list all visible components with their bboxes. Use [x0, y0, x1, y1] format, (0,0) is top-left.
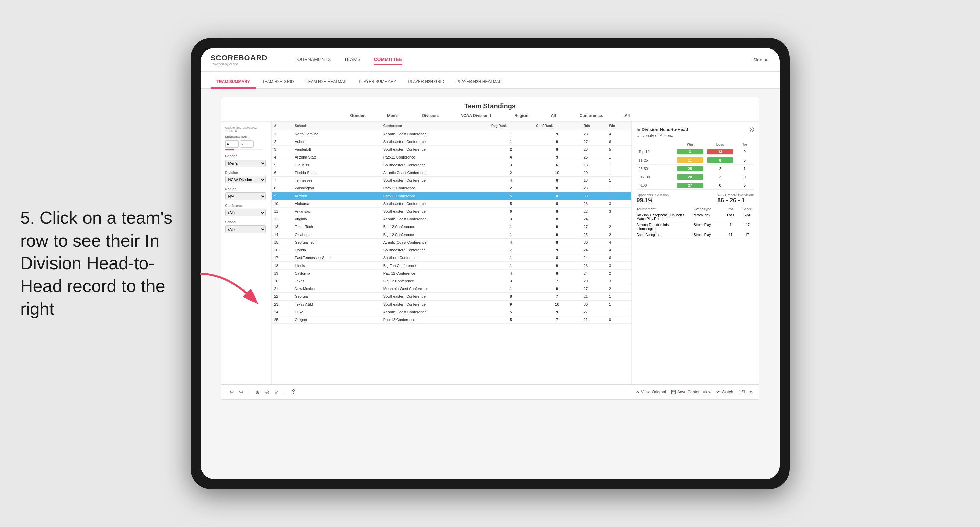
col-conference: Conference — [381, 122, 488, 130]
view-original-button[interactable]: 👁 View: Original — [636, 390, 666, 394]
redo-button[interactable]: ↪ — [238, 388, 245, 396]
h2h-close-button[interactable]: ⓧ — [749, 126, 754, 133]
region-select[interactable]: N/A — [225, 192, 266, 200]
gender-select[interactable]: Men's — [225, 160, 266, 167]
cell-rank: 8 — [272, 184, 292, 192]
tab-team-h2h-grid[interactable]: TEAM H2H GRID — [256, 76, 300, 89]
h2h-tie-top10: 0 — [735, 148, 754, 156]
cell-rds: 23 — [581, 130, 606, 138]
cell-conference: Southeastern Conference — [381, 146, 488, 154]
cell-rank: 14 — [272, 231, 292, 239]
cell-win: 1 — [606, 154, 631, 161]
watch-button[interactable]: 👁 Watch — [716, 390, 733, 394]
share-button[interactable]: ⤴ Share — [738, 390, 752, 394]
col-rank: # — [272, 122, 292, 130]
table-row[interactable]: 2 Auburn Southeastern Conference 1 9 27 … — [272, 138, 631, 146]
min-rounds-control — [225, 140, 267, 148]
tourn-score-2: -17 — [741, 223, 754, 230]
table-row[interactable]: 10 Alabama Southeastern Conference 5 8 2… — [272, 200, 631, 208]
tourn-row-1[interactable]: Jackson T. Stephens Cup Men's Match-Play… — [636, 212, 754, 222]
tab-player-h2h-grid[interactable]: PLAYER H2H GRID — [402, 76, 450, 89]
division-select[interactable]: NCAA Division I — [225, 176, 266, 183]
cell-school: Texas Tech — [292, 223, 381, 231]
cell-conf-rank: 9 — [533, 246, 581, 254]
save-custom-button[interactable]: 💾 Save Custom View — [671, 390, 711, 394]
table-row[interactable]: 11 Arkansas Southeastern Conference 6 8 … — [272, 208, 631, 215]
cell-rds: 30 — [581, 192, 606, 200]
cell-conference: Pac-12 Conference — [381, 192, 488, 200]
table-row[interactable]: 5 Ole Miss Southeastern Conference 3 6 1… — [272, 161, 631, 169]
h2h-col-win: Win — [675, 141, 705, 148]
h2h-header-row: Win Loss Tie — [636, 141, 754, 148]
table-row[interactable]: 16 Florida Southeastern Conference 7 9 2… — [272, 246, 631, 254]
tourn-row-3[interactable]: Cabo Collegiate Stroke Play 11 17 — [636, 232, 754, 238]
cell-school: East Tennessee State — [292, 254, 381, 262]
table-row[interactable]: 15 Georgia Tech Atlantic Coast Conferenc… — [272, 239, 631, 246]
min-rounds-input[interactable] — [225, 140, 239, 148]
table-row[interactable]: 23 Texas A&M Southeastern Conference 9 1… — [272, 300, 631, 308]
panel-header: Team Standings Gender: Men's Division: N… — [221, 97, 759, 122]
cell-reg-rank: 1 — [488, 285, 533, 293]
cell-conference: Southeastern Conference — [381, 208, 488, 215]
table-row[interactable]: 24 Duke Atlantic Coast Conference 5 9 27… — [272, 308, 631, 316]
table-row[interactable]: 4 Arizona State Pac-12 Conference 4 9 26… — [272, 154, 631, 161]
zoom-in-button[interactable]: ⊕ — [254, 388, 261, 396]
table-row[interactable]: 6 Florida State Atlantic Coast Conferenc… — [272, 169, 631, 177]
tab-player-h2h-heatmap[interactable]: PLAYER H2H HEATMAP — [450, 76, 508, 89]
table-row[interactable]: 18 Illinois Big Ten Conference 1 9 23 3 — [272, 262, 631, 270]
cell-reg-rank: 4 — [488, 177, 533, 184]
table-row[interactable]: 7 Tennessee Southeastern Conference 4 6 … — [272, 177, 631, 184]
cell-conf-rank: 8 — [533, 254, 581, 262]
tablet-device: SCOREBOARD Powered by clippd TOURNAMENTS… — [191, 38, 790, 489]
table-row[interactable]: 25 Oregon Pac-12 Conference 5 7 21 0 — [272, 316, 631, 324]
table-row[interactable]: 20 Texas Big 12 Conference 3 7 20 3 — [272, 277, 631, 285]
cell-rank: 10 — [272, 200, 292, 208]
h2h-row-51-100[interactable]: 51-100 20 3 0 — [636, 173, 754, 181]
col-reg-rank: Reg Rank — [488, 122, 533, 130]
table-row[interactable]: 8 Washington Pac-12 Conference 2 8 23 1 — [272, 184, 631, 192]
tab-team-summary[interactable]: TEAM SUMMARY — [211, 76, 256, 89]
table-row[interactable]: 19 California Pac-12 Conference 4 8 24 2 — [272, 270, 631, 277]
conference-filter-value: All — [625, 113, 630, 118]
table-row[interactable]: 1 North Carolina Atlantic Coast Conferen… — [272, 130, 631, 138]
tab-team-h2h-heatmap[interactable]: TEAM H2H HEATMAP — [300, 76, 353, 89]
h2h-row-11-25[interactable]: 11-25 11 8 0 — [636, 156, 754, 165]
table-row[interactable]: 13 Texas Tech Big 12 Conference 1 9 27 2 — [272, 223, 631, 231]
cell-school: Illinois — [292, 262, 381, 270]
cell-conference: Pac-12 Conference — [381, 154, 488, 161]
cell-rds: 24 — [581, 246, 606, 254]
tourn-col-pos: Pos — [724, 207, 737, 211]
table-row[interactable]: 17 East Tennessee State Southern Confere… — [272, 254, 631, 262]
division-label: Division — [225, 171, 267, 175]
cell-conference: Southeastern Conference — [381, 200, 488, 208]
nav-committee[interactable]: COMMITTEE — [374, 55, 402, 65]
undo-button[interactable]: ↩ — [228, 388, 235, 396]
table-row[interactable]: 14 Oklahoma Big 12 Conference 1 9 26 2 — [272, 231, 631, 239]
h2h-row-26-50[interactable]: 26-50 25 2 1 — [636, 165, 754, 173]
table-row[interactable]: 3 Vanderbilt Southeastern Conference 2 8… — [272, 146, 631, 154]
tourn-row-2[interactable]: Arizona Thunderbirds Intercollegiate Str… — [636, 222, 754, 232]
region-filter-label: Region: — [514, 113, 530, 118]
logo-text: SCOREBOARD — [211, 54, 268, 62]
cell-conference: Pac-12 Conference — [381, 270, 488, 277]
zoom-out-button[interactable]: ⊖ — [264, 388, 270, 396]
cell-rds: 23 — [581, 262, 606, 270]
cell-reg-rank: 1 — [488, 262, 533, 270]
h2h-col-loss: Loss — [705, 141, 736, 148]
opponents-value: 99.1% — [636, 197, 670, 204]
nav-teams[interactable]: TEAMS — [344, 55, 360, 65]
table-row[interactable]: 22 Georgia Southeastern Conference 8 7 2… — [272, 293, 631, 300]
table-row[interactable]: 9 Arizona Pac-12 Conference 5 8 30 1 — [272, 192, 631, 200]
nav-tournaments[interactable]: TOURNAMENTS — [294, 55, 331, 65]
tab-player-summary[interactable]: PLAYER SUMMARY — [353, 76, 402, 89]
min-rounds-max-input[interactable] — [240, 140, 253, 148]
sign-out-button[interactable]: Sign out — [753, 57, 770, 62]
conference-select[interactable]: (All) — [225, 209, 266, 216]
table-row[interactable]: 12 Virginia Atlantic Coast Conference 3 … — [272, 215, 631, 223]
h2h-row-top10[interactable]: Top 10 3 13 0 — [636, 148, 754, 156]
school-select[interactable]: (All) — [225, 225, 266, 233]
clock-button[interactable]: ⏱ — [290, 388, 298, 396]
table-row[interactable]: 21 New Mexico Mountain West Conference 1… — [272, 285, 631, 293]
h2h-row-100plus[interactable]: >100 27 0 0 — [636, 181, 754, 190]
fit-button[interactable]: ⤢ — [274, 388, 280, 396]
